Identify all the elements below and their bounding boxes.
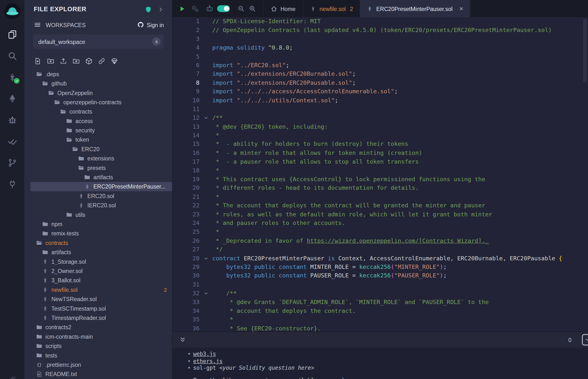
tree-item-tests[interactable]: tests [30,351,172,360]
tree-item-github[interactable]: github [30,79,172,88]
tree-item-openzeppelin-contracts[interactable]: openzeppelin-contracts [30,97,172,107]
code-text: import "../../../access/AccessControlEnu… [212,87,398,96]
upload-folder-icon[interactable] [72,57,80,65]
solidity-compiler-icon[interactable] [0,66,24,88]
tree-item-utils[interactable]: utils [30,210,172,219]
load-gist-icon[interactable] [110,57,118,65]
folder-icon [36,352,43,359]
copilot-toggle[interactable] [217,5,230,12]
sol-file-icon [42,286,48,293]
solidity-unit-testing-icon[interactable] [0,130,24,152]
explorer-toolbar [24,49,172,68]
publish-to-ipfs-icon[interactable] [85,57,93,65]
run-script-icon[interactable] [179,5,186,12]
line-number: 30 [172,271,200,280]
tree-item-contracts[interactable]: contracts [30,238,172,247]
tree-item-access[interactable]: access [30,116,172,126]
sol-file-icon [42,258,48,265]
workspace-switch-icon [152,38,160,46]
tab-erc20presetminterpauser.sol[interactable]: ERC20PresetMinterPauser.sol× [360,0,470,17]
tree-item-newtsreader-sol[interactable]: NewTSReader.sol [30,295,172,304]
workspaces-menu-icon[interactable] [34,21,41,29]
tree-item-newfile-sol[interactable]: newfile.sol2 [30,285,172,294]
tree-item-npm[interactable]: npm [30,219,172,229]
fold-gutter [200,131,212,140]
terminal-collapse-icon[interactable] [179,336,186,343]
code-text: import "../../../utils/Context.sol"; [212,96,338,105]
fold-chevron-icon[interactable] [200,254,212,263]
folder-open-icon [54,99,61,106]
shield-icon[interactable] [145,5,152,13]
code-text: // OpenZeppelin Contracts (last updated … [212,26,552,35]
git-icon[interactable] [0,152,24,174]
zoom-out-icon[interactable] [237,5,245,13]
tree-item-token[interactable]: token [30,135,172,144]
tree-item-1-storage-sol[interactable]: 1_Storage.sol [30,257,172,266]
tree-item-readme-txt[interactable]: README.txt [30,369,172,379]
tree-item-prettierrc-json[interactable]: {}.prettierrc.json [30,360,172,369]
tree-item-extensions[interactable]: extensions [30,154,172,163]
search-icon[interactable] [0,45,24,66]
tree-item-presets[interactable]: presets [30,163,172,173]
new-file-icon[interactable] [34,57,42,65]
double-chevron-icon[interactable] [8,375,16,379]
tree-item-artifacts[interactable]: artifacts [30,173,172,182]
json-file-icon: {} [36,362,43,368]
tree-item-erc20-sol[interactable]: ERC20.sol [30,191,172,201]
tree-item-ierc20-sol[interactable]: IERC20.sol [30,201,172,210]
new-folder-icon[interactable] [46,57,54,65]
connect-localhost-icon[interactable] [97,57,105,65]
file-name: contracts2 [46,324,71,331]
code-line-13: 13 * @dev {ERC20} token, including: [172,123,588,131]
tree-item-3-ballot-sol[interactable]: 3_Ballot.sol [30,276,172,285]
robot-icon[interactable] [206,4,214,13]
tab-home[interactable]: Home [263,0,304,17]
workspace-select[interactable]: default_workspace [33,34,163,48]
tree-item-icm-contracts-main[interactable]: icm-contracts-main [30,332,172,341]
home-icon [271,5,277,12]
tree-item-erc20[interactable]: ERC20 [30,144,172,154]
close-tab-icon[interactable]: × [459,5,463,12]
terminal-scroll-badge[interactable] [582,334,588,345]
tree-item-erc20presetminterpauser[interactable]: ERC20PresetMinterPauser... [30,182,172,191]
line-number: 27 [172,245,200,254]
plugin-manager-icon[interactable] [0,173,24,195]
fold-chevron-icon[interactable] [200,114,212,123]
tree-item-2-owner-sol[interactable]: 2_Owner.sol [30,266,172,275]
tree-item-scripts[interactable]: scripts [30,341,172,350]
upload-file-icon[interactable] [59,57,67,65]
tree-item-security[interactable]: security [30,126,172,135]
line-number: 24 [172,219,200,228]
zoom-in-icon[interactable] [248,5,256,13]
remix-logo[interactable] [4,3,21,20]
editor-scrollbar[interactable] [583,19,587,82]
tree-item-contracts[interactable]: contracts [30,107,172,116]
code-editor[interactable]: 1// SPDX-License-Identifier: MIT2// Open… [172,17,588,332]
script-config-icon[interactable] [190,4,200,13]
tree-item-openzeppelin[interactable]: OpenZeppelin [30,88,172,97]
terminal-text: <your Solidity question here> [219,364,314,372]
debugger-icon[interactable] [0,109,24,131]
line-number: 9 [172,87,200,96]
sign-in-button[interactable]: Sign in [137,21,164,28]
fold-gutter [200,140,212,149]
fold-chevron-icon[interactable] [200,289,212,298]
terminal-link[interactable]: ethers.js [193,358,223,364]
folder-open-icon [78,164,84,171]
file-name: newfile.sol [51,286,78,293]
tree-item-deps[interactable]: .deps [30,69,172,79]
chevron-right-icon[interactable] [157,6,164,13]
tree-item-timestampreader-sol[interactable]: TimestampReader.sol [30,313,172,322]
folder-icon [36,324,43,331]
tree-item-artifacts[interactable]: artifacts [30,248,172,257]
tree-item-contracts2[interactable]: contracts2 [30,323,172,332]
file-explorer-icon[interactable] [0,24,24,45]
line-number: 31 [172,280,200,289]
tree-item-testsctimestamp-sol[interactable]: TestSCTimestamp.sol [30,304,172,313]
sol-file-icon [83,183,90,190]
sol-file-icon [42,268,48,274]
tab-newfile.sol[interactable]: newfile.sol2 [303,0,360,17]
deploy-and-run-icon[interactable] [0,88,24,109]
terminal-link[interactable]: web3.js [193,351,216,358]
tree-item-remix-tests[interactable]: remix-tests [30,229,172,238]
